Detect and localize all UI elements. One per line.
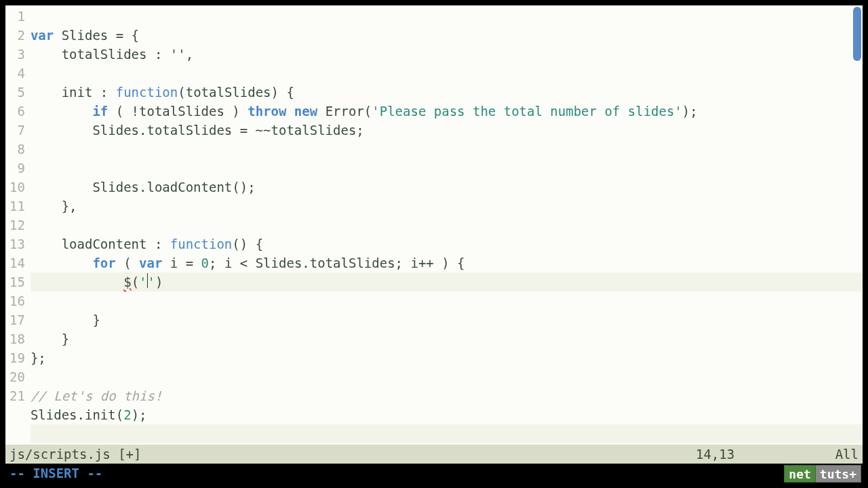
code-content[interactable]: var Slides = { totalSlides : '', init : … bbox=[31, 5, 863, 445]
vim-mode-indicator: -- INSERT -- bbox=[9, 466, 102, 481]
vertical-scrollbar[interactable] bbox=[853, 7, 861, 61]
vim-editor: 1 2 3 4 5 6 7 8 9 10 11 12 13 14 15 16 1… bbox=[5, 5, 863, 483]
nettuts-logo: net tuts+ bbox=[784, 465, 861, 483]
status-scroll-percent: All bbox=[818, 445, 859, 464]
status-bar: js/scripts.js [+] 14,13 All bbox=[5, 445, 863, 464]
cursor-line: $('') bbox=[31, 272, 863, 291]
syntax-error-underline: $ bbox=[123, 274, 131, 289]
line-number-gutter: 1 2 3 4 5 6 7 8 9 10 11 12 13 14 15 16 1… bbox=[5, 5, 31, 445]
status-filename: js/scripts.js [+] bbox=[9, 445, 696, 464]
status-cursor-position: 14,13 bbox=[696, 445, 818, 464]
mode-bar: -- INSERT -- net tuts+ bbox=[5, 464, 863, 483]
code-area[interactable]: 1 2 3 4 5 6 7 8 9 10 11 12 13 14 15 16 1… bbox=[5, 5, 863, 445]
